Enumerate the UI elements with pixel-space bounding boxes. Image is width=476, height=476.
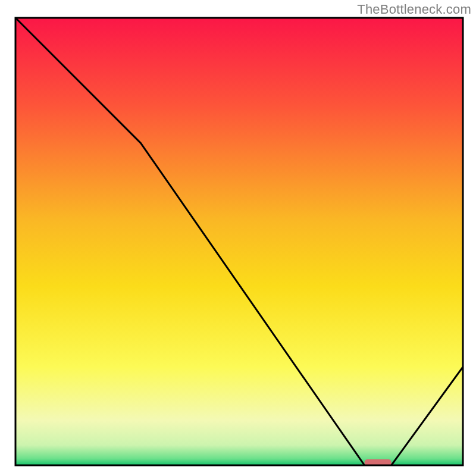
attribution-label: TheBottleneck.com — [357, 2, 471, 17]
bottleneck-chart — [0, 0, 476, 476]
chart-container: TheBottleneck.com — [0, 0, 476, 476]
